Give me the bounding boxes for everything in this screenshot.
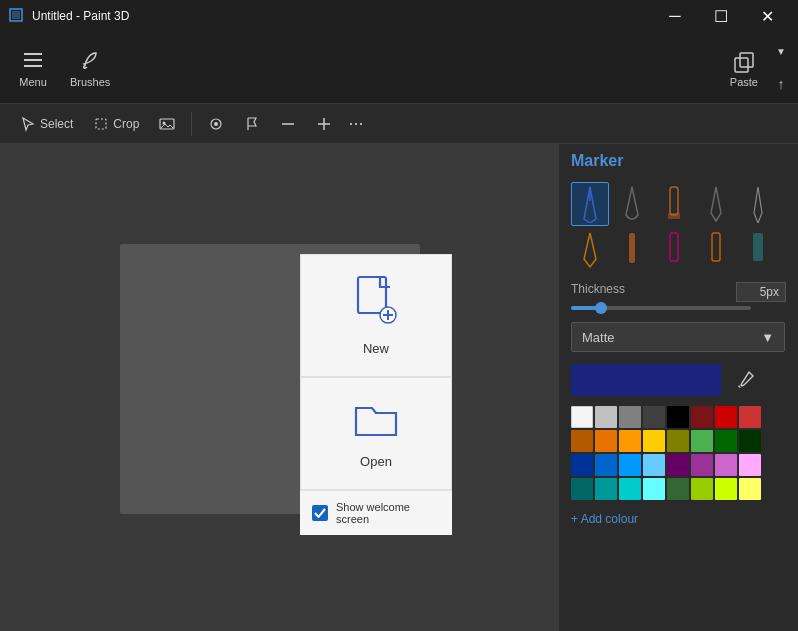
palette-cell[interactable]: [643, 478, 665, 500]
palette-cell[interactable]: [595, 406, 617, 428]
thickness-slider-thumb[interactable]: [595, 302, 607, 314]
line-button[interactable]: [272, 112, 304, 136]
palette-cell[interactable]: [715, 478, 737, 500]
new-card-label: New: [363, 341, 389, 356]
thickness-section: Thickness 5px: [559, 276, 798, 316]
palette-cell[interactable]: [571, 478, 593, 500]
menu-button[interactable]: Menu: [8, 36, 58, 100]
brushes-button[interactable]: Brushes: [62, 36, 118, 100]
palette-cell[interactable]: [715, 430, 737, 452]
select-button[interactable]: Select: [12, 112, 81, 136]
paste-button[interactable]: Paste: [722, 36, 766, 100]
palette-cell[interactable]: [595, 478, 617, 500]
brushes-label: Brushes: [70, 76, 110, 88]
palette-cell[interactable]: [619, 478, 641, 500]
palette-cell[interactable]: [667, 430, 689, 452]
new-card[interactable]: New: [300, 254, 452, 377]
svg-rect-3: [24, 59, 42, 61]
more-button[interactable]: ···: [348, 113, 363, 134]
thickness-row: Thickness 5px: [571, 282, 786, 302]
thickness-label: Thickness: [571, 282, 625, 296]
svg-rect-23: [629, 233, 635, 263]
palette-cell[interactable]: [643, 454, 665, 476]
paste-dropdown[interactable]: ▼: [772, 36, 790, 68]
paste-label: Paste: [730, 76, 758, 88]
minimize-button[interactable]: ─: [652, 0, 698, 32]
eyedropper-button[interactable]: [729, 364, 761, 396]
brush-swatch-4[interactable]: [697, 182, 735, 226]
color-preview-row: [559, 358, 798, 402]
close-button[interactable]: ✕: [744, 0, 790, 32]
brush-swatch-5[interactable]: [739, 182, 777, 226]
palette-cell[interactable]: [739, 454, 761, 476]
matte-dropdown[interactable]: Matte ▼: [571, 322, 785, 352]
palette-row-2: [571, 430, 786, 452]
welcome-popup: New Open Show welcome screen: [300, 254, 452, 535]
maximize-button[interactable]: ☐: [698, 0, 744, 32]
canvas-area[interactable]: New Open Show welcome screen: [0, 144, 558, 631]
show-welcome-checkbox[interactable]: [312, 505, 328, 521]
brush-swatch-9[interactable]: [697, 228, 735, 272]
add-color-button[interactable]: + Add colour: [559, 506, 798, 532]
palette-cell[interactable]: [691, 454, 713, 476]
svg-rect-6: [740, 53, 753, 67]
palette-cell[interactable]: [739, 406, 761, 428]
svg-rect-22: [668, 213, 680, 219]
undo-button[interactable]: ↑: [772, 68, 790, 100]
palette-cell[interactable]: [715, 454, 737, 476]
flag-button[interactable]: [236, 112, 268, 136]
actions-bar: Select Crop ···: [0, 104, 798, 144]
brush-swatch-2[interactable]: [613, 182, 651, 226]
palette-cell[interactable]: [715, 406, 737, 428]
main-layout: New Open Show welcome screen Mar: [0, 144, 798, 631]
welcome-footer: Show welcome screen: [300, 490, 452, 535]
palette-cell[interactable]: [571, 430, 593, 452]
brush-swatch-1[interactable]: [571, 182, 609, 226]
palette-cell[interactable]: [667, 478, 689, 500]
palette-cell[interactable]: [691, 406, 713, 428]
select-label: Select: [40, 117, 73, 131]
palette-cell[interactable]: [643, 430, 665, 452]
color-palette: [559, 402, 798, 506]
palette-cell[interactable]: [571, 406, 593, 428]
brush-swatch-3[interactable]: [655, 182, 693, 226]
brush-swatch-8[interactable]: [655, 228, 693, 272]
action-separator-1: [191, 112, 192, 136]
palette-cell[interactable]: [667, 454, 689, 476]
pen-tool-button[interactable]: [200, 112, 232, 136]
brush-swatch-7[interactable]: [613, 228, 651, 272]
brush-swatch-10[interactable]: [739, 228, 777, 272]
palette-row-4: [571, 478, 786, 500]
palette-cell[interactable]: [739, 430, 761, 452]
window-controls: ─ ☐ ✕: [652, 0, 790, 32]
palette-cell[interactable]: [571, 454, 593, 476]
crop-button[interactable]: Crop: [85, 112, 147, 136]
palette-cell[interactable]: [667, 406, 689, 428]
svg-rect-5: [735, 58, 748, 72]
palette-cell[interactable]: [619, 454, 641, 476]
add-button[interactable]: [308, 112, 340, 136]
palette-cell[interactable]: [691, 478, 713, 500]
palette-cell[interactable]: [691, 430, 713, 452]
palette-cell[interactable]: [619, 406, 641, 428]
open-card-label: Open: [360, 454, 392, 469]
thickness-value[interactable]: 5px: [736, 282, 786, 302]
matte-label: Matte: [582, 330, 615, 345]
brush-swatch-6[interactable]: [571, 228, 609, 272]
palette-cell[interactable]: [739, 478, 761, 500]
color-preview-box[interactable]: [571, 364, 721, 396]
menu-label: Menu: [19, 76, 47, 88]
titlebar: Untitled - Paint 3D ─ ☐ ✕: [0, 0, 798, 32]
svg-rect-15: [358, 277, 386, 313]
open-card[interactable]: Open: [300, 377, 452, 490]
palette-cell[interactable]: [595, 454, 617, 476]
palette-cell[interactable]: [643, 406, 665, 428]
palette-cell[interactable]: [619, 430, 641, 452]
matte-chevron-icon: ▼: [761, 330, 774, 345]
show-welcome-label: Show welcome screen: [336, 501, 440, 525]
thickness-slider-track[interactable]: [571, 306, 751, 310]
toolbar: Menu Brushes Paste ▼ ↑: [0, 32, 798, 104]
image-button[interactable]: [151, 112, 183, 136]
palette-cell[interactable]: [595, 430, 617, 452]
open-card-icon: [352, 398, 400, 444]
